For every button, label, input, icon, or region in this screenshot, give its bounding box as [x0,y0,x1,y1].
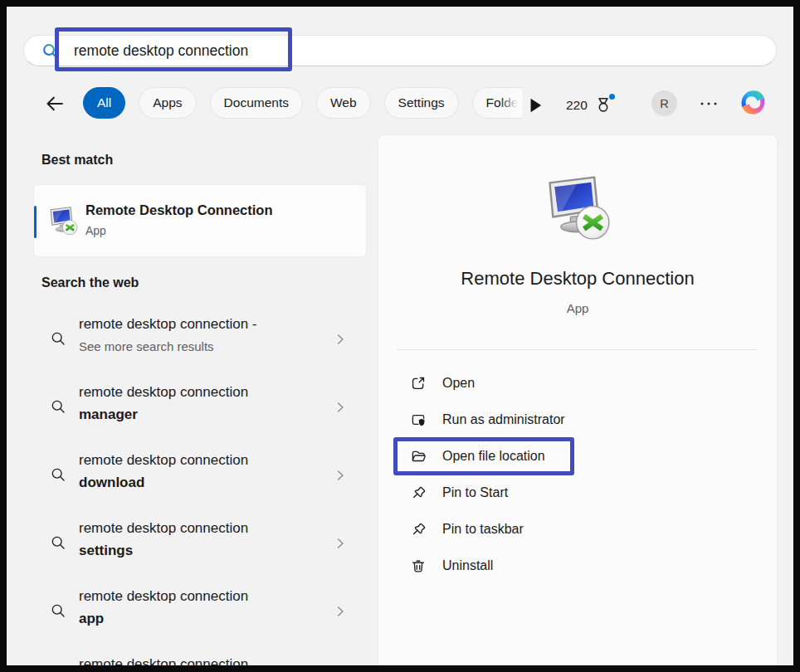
detail-panel-subtitle: App [378,301,777,315]
search-flyout: All Apps Documents Web Settings Folders … [7,7,793,665]
rewards-points: 220 [566,98,588,113]
remote-desktop-app-icon-large [540,170,617,246]
search-icon [50,534,66,551]
web-suggestion-row[interactable]: remote desktop connection manager [33,373,367,441]
search-window-frame: All Apps Documents Web Settings Folders … [0,0,800,672]
suggestion-line1: remote desktop connection - [79,313,334,335]
suggestion-line1: remote desktop connection [79,381,334,403]
suggestion-text: remote desktop connection settings [79,517,334,562]
best-match-title: Remote Desktop Connection [85,202,273,218]
context-actions-list: Open Run as administrator Open file loca… [378,365,777,584]
suggestion-text: remote desktop connection - See more sea… [79,313,334,358]
tab-all[interactable]: All [83,87,125,119]
pin-icon [410,521,427,538]
suggestion-line2: manager [79,403,334,426]
best-match-heading: Best match [41,153,113,168]
pin-icon [410,485,427,501]
tab-documents[interactable]: Documents [210,87,303,119]
chevron-right-icon [334,469,347,482]
more-options-icon[interactable] [696,100,721,107]
remote-desktop-app-icon [46,204,80,238]
suggestion-text: remote desktop connection [79,653,334,665]
tab-settings[interactable]: Settings [384,87,459,119]
suggestion-line1: remote desktop connection [79,517,334,539]
search-icon [41,42,59,60]
filter-tab-label: Settings [398,95,445,110]
suggestion-line1: remote desktop connection [79,653,334,665]
chevron-right-icon [334,537,347,550]
web-suggestion-row[interactable]: remote desktop connection settings [33,509,367,577]
web-suggestion-row[interactable]: remote desktop connection [33,645,367,665]
play-icon[interactable] [526,95,544,115]
suggestion-text: remote desktop connection app [79,585,334,630]
search-icon [50,466,66,483]
rewards-notification-dot [609,94,615,100]
web-suggestion-row[interactable]: remote desktop connection - See more sea… [33,305,367,373]
user-avatar[interactable]: R [651,90,677,116]
filter-tab-label: Web [330,95,357,110]
open-external-icon [410,375,427,392]
action-uninstall[interactable]: Uninstall [378,548,777,584]
tab-apps[interactable]: Apps [139,87,196,119]
suggestion-line2: settings [79,539,334,562]
filter-tab-label: Documents [224,95,289,110]
action-label: Pin to taskbar [442,522,524,537]
action-label: Open [442,376,475,391]
back-arrow-icon[interactable] [44,93,66,114]
chevron-right-icon [334,401,347,414]
folder-icon [410,448,427,465]
web-suggestion-row[interactable]: remote desktop connection download [33,441,367,509]
best-match-subtitle: App [85,224,106,237]
best-match-result[interactable]: Remote Desktop Connection App [33,184,367,257]
action-run-as-administrator[interactable]: Run as administrator [378,402,777,438]
copilot-icon[interactable] [737,86,769,119]
suggestion-text: remote desktop connection download [79,449,334,494]
action-open[interactable]: Open [378,365,777,402]
search-box[interactable] [23,35,777,66]
action-label: Run as administrator [442,412,565,427]
search-icon [50,398,66,415]
trash-icon [410,558,427,574]
action-open-file-location[interactable]: Open file location [378,438,777,475]
search-icon [50,602,66,619]
suggestion-line2: See more search results [79,335,334,358]
action-label: Open file location [442,449,545,464]
action-pin-to-taskbar[interactable]: Pin to taskbar [378,511,777,548]
action-label: Pin to Start [442,485,508,500]
filter-tab-label: All [97,95,111,110]
search-filter-tabs: All Apps Documents Web Settings Folders [83,86,522,119]
web-suggestion-row[interactable]: remote desktop connection app [33,577,367,645]
filter-tab-label: Apps [153,95,182,110]
chevron-right-icon [334,333,347,346]
suggestion-line1: remote desktop connection [79,449,334,471]
search-the-web-heading: Search the web [41,275,139,290]
tab-folders[interactable]: Folders [472,87,522,119]
admin-shield-icon [410,411,427,428]
rewards-button[interactable]: 220 [566,93,613,118]
action-pin-to-start[interactable]: Pin to Start [378,475,777,511]
detail-panel: Remote Desktop Connection App Open Run a… [378,134,778,665]
suggestion-text: remote desktop connection manager [79,381,334,426]
tab-web[interactable]: Web [316,87,371,119]
action-label: Uninstall [442,558,493,573]
rewards-medal-icon [593,95,613,115]
suggestion-line2: app [79,607,334,630]
search-input[interactable] [74,37,638,65]
tab-fade-overlay [500,88,522,118]
divider [397,349,757,350]
suggestion-line2: download [79,471,334,494]
detail-panel-title: Remote Desktop Connection [378,268,777,290]
search-icon [50,330,66,347]
chevron-right-icon [334,605,347,618]
web-suggestions-list: remote desktop connection - See more sea… [33,305,367,665]
selection-accent-bar [34,206,37,238]
suggestion-line1: remote desktop connection [79,585,334,607]
